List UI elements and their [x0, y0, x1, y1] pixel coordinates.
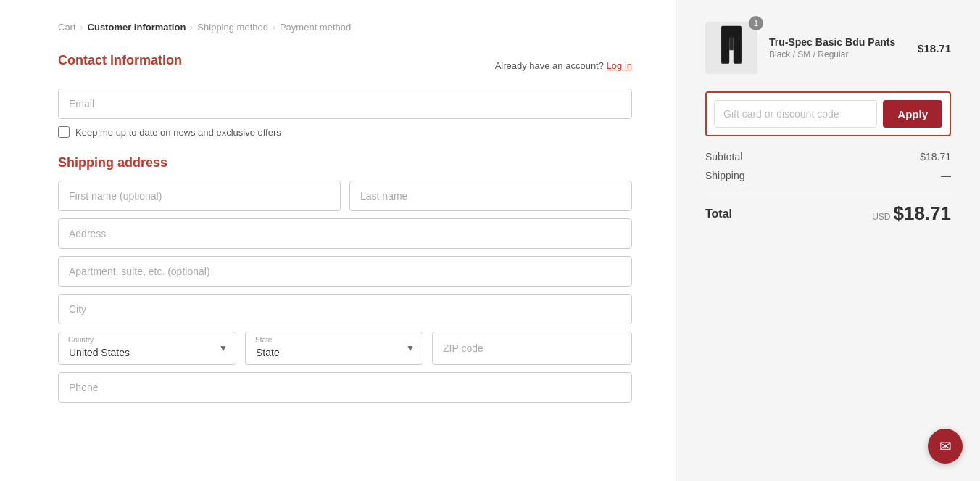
total-row: Total USD $18.71: [705, 202, 951, 225]
svg-rect-0: [721, 25, 742, 38]
breadcrumb-cart[interactable]: Cart: [58, 22, 76, 33]
total-amount: $18.71: [893, 202, 951, 225]
subtotal-row: Subtotal $18.71: [705, 151, 951, 163]
breadcrumb: Cart › Customer information › Shipping m…: [58, 22, 632, 33]
subtotal-label: Subtotal: [705, 151, 742, 163]
product-image: [705, 22, 757, 74]
country-select-wrapper: Country United States ▼: [58, 332, 236, 365]
total-currency: USD: [872, 212, 890, 222]
discount-box: Apply: [705, 91, 951, 136]
zip-field[interactable]: [432, 332, 632, 365]
chevron-icon-2: ›: [190, 22, 193, 33]
breadcrumb-payment: Payment method: [280, 22, 351, 33]
apply-button[interactable]: Apply: [883, 100, 942, 128]
breadcrumb-customer-info: Customer information: [88, 22, 186, 33]
shipping-value: —: [941, 170, 951, 181]
address-field[interactable]: [58, 218, 632, 249]
total-amount-wrap: USD $18.71: [872, 202, 951, 225]
shipping-label: Shipping: [705, 170, 745, 181]
already-account-text: Already have an account? Log in: [495, 60, 632, 71]
product-price: $18.71: [918, 42, 951, 54]
chat-button[interactable]: ✉: [928, 429, 963, 464]
svg-rect-2: [734, 36, 742, 63]
product-variant: Black / SM / Regular: [769, 49, 906, 59]
product-info: Tru-Spec Basic Bdu Pants Black / SM / Re…: [769, 36, 906, 59]
phone-field[interactable]: [58, 372, 632, 403]
state-select-wrapper: State State ▼: [245, 332, 423, 365]
newsletter-checkbox[interactable]: [58, 126, 70, 138]
country-select[interactable]: United States: [58, 332, 236, 365]
product-name: Tru-Spec Basic Bdu Pants: [769, 36, 906, 48]
contact-info-title: Contact information: [58, 53, 182, 68]
subtotal-value: $18.71: [920, 151, 951, 163]
newsletter-label: Keep me up to date on news and exclusive…: [75, 127, 281, 138]
mail-icon: ✉: [939, 437, 952, 455]
product-image-wrap: 1: [705, 22, 757, 74]
log-in-link[interactable]: Log in: [607, 60, 632, 71]
apartment-field[interactable]: [58, 256, 632, 287]
last-name-field[interactable]: [349, 181, 632, 211]
city-field[interactable]: [58, 294, 632, 324]
email-field[interactable]: [58, 89, 632, 119]
product-quantity-badge: 1: [749, 16, 763, 30]
discount-code-input[interactable]: [714, 100, 877, 128]
svg-rect-1: [721, 36, 729, 63]
state-select[interactable]: State: [245, 332, 423, 365]
chevron-icon: ›: [80, 22, 83, 33]
svg-rect-3: [729, 36, 734, 50]
shipping-address-title: Shipping address: [58, 155, 632, 170]
chevron-icon-3: ›: [273, 22, 275, 33]
total-label: Total: [705, 207, 732, 221]
breadcrumb-shipping: Shipping method: [197, 22, 268, 33]
summary-divider: [705, 192, 951, 192]
first-name-field[interactable]: [58, 181, 341, 211]
shipping-row: Shipping —: [705, 170, 951, 181]
product-row: 1 Tru-Spec Basic Bdu Pants Black / SM / …: [705, 22, 951, 74]
